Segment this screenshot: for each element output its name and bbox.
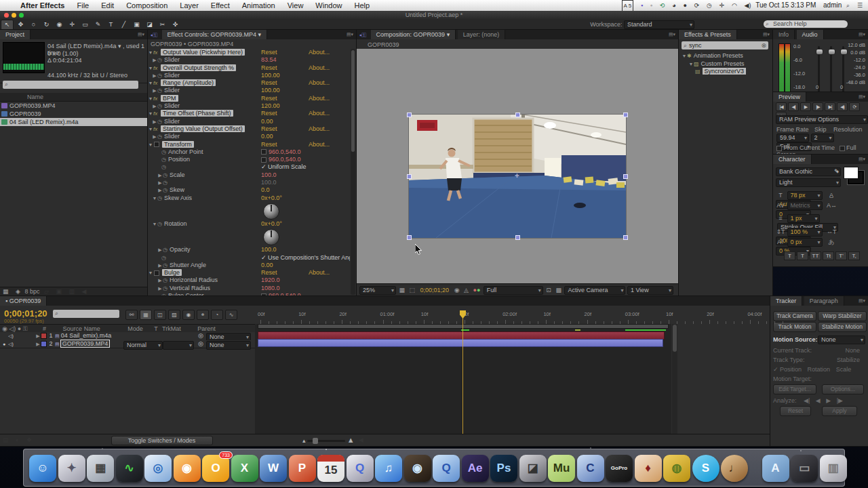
property-value[interactable]: 960.0,540.0: [261, 156, 301, 163]
dock-icon-trash[interactable]: ▥: [820, 455, 847, 482]
parent-pickwhip-icon[interactable]: ◎: [198, 340, 203, 348]
fx-badge-icon[interactable]: fx: [153, 79, 161, 87]
preset-tree-item[interactable]: ▤SyncronizerV3: [679, 68, 772, 76]
view-layout-dropdown[interactable]: 1 View: [627, 286, 673, 295]
tab-preview[interactable]: Preview: [773, 92, 806, 102]
effect-row-bpm[interactable]: ▼fxBPMResetAbout...: [148, 95, 350, 102]
property-value[interactable]: 83.54: [261, 56, 277, 64]
fx-badge-icon[interactable]: fx: [153, 125, 161, 133]
puppet-pin-tool[interactable]: ✜: [170, 20, 181, 29]
shape-tool[interactable]: ▭: [79, 20, 91, 29]
column-source-name[interactable]: Source Name: [63, 325, 100, 332]
user-menu[interactable]: admin: [823, 1, 842, 9]
effect-row-100-0[interactable]: ▶◷100.0: [148, 179, 350, 186]
twirl-icon[interactable]: ▼: [148, 125, 153, 133]
property-value[interactable]: 0.00: [261, 118, 273, 125]
property-value[interactable]: 960.0,540.0: [261, 148, 301, 156]
dock-icon-skype[interactable]: S: [692, 455, 719, 482]
effect-row-slider[interactable]: ▶◷Slider0.00: [148, 118, 350, 125]
expand-layer-switches-icon[interactable]: ▤: [3, 434, 9, 446]
about-link[interactable]: About...: [309, 95, 330, 102]
twirl-icon[interactable]: ▶: [152, 118, 157, 125]
tab-effect-controls[interactable]: Effect Controls: GOPR0039.MP4 ▾: [162, 30, 267, 39]
selection-handle[interactable]: [515, 235, 520, 240]
hand-tool[interactable]: ✥: [15, 20, 26, 29]
faux-style-button-4[interactable]: T': [835, 251, 847, 260]
panel-lock-icon[interactable]: ▪⚿: [151, 32, 157, 39]
mask-visibility-icon[interactable]: ⬚: [410, 284, 416, 296]
timeline-search-input[interactable]: [53, 310, 119, 318]
panel-menu-icon[interactable]: ▤▾: [859, 157, 867, 162]
stopwatch-icon[interactable]: ◷: [163, 171, 170, 179]
zoom-tool[interactable]: ○: [28, 20, 39, 29]
property-value[interactable]: 0x+0.0°: [261, 220, 282, 228]
effect-row-range-amplitude-[interactable]: ▼fxRange (Amplitude)ResetAbout...: [148, 79, 350, 87]
expand-transfer-controls-icon[interactable]: ◐: [16, 434, 19, 446]
dock-icon-wine-glass[interactable]: ♦: [635, 455, 662, 482]
eyedropper-icon[interactable]: ✎: [834, 168, 840, 175]
faux-style-button-0[interactable]: T: [784, 251, 795, 260]
stopwatch-icon[interactable]: ◷: [157, 102, 164, 110]
effect-row-slider[interactable]: ▶◷Slider100.00: [148, 72, 350, 79]
column-name[interactable]: Name: [27, 94, 43, 100]
property-value[interactable]: 100.0: [261, 246, 277, 253]
effect-row-scale[interactable]: ▶◷Scale100.0: [148, 171, 350, 179]
orbit-camera-tool[interactable]: ↻: [41, 20, 52, 29]
expand-inout-icon[interactable]: ❖: [26, 434, 32, 446]
full-screen-checkbox[interactable]: [840, 146, 845, 151]
dock-icon-outlook[interactable]: O733: [202, 455, 229, 482]
reset-link[interactable]: Reset: [261, 141, 277, 148]
audio-toggle-button[interactable]: ◀): [837, 102, 848, 111]
rotation-dial[interactable]: [263, 203, 279, 220]
menu-composition[interactable]: Composition: [120, 0, 174, 11]
selection-handle[interactable]: [623, 235, 628, 240]
project-flowchart-icon[interactable]: ◈: [16, 287, 20, 296]
faux-style-button-1[interactable]: T: [797, 251, 808, 260]
panel-menu-icon[interactable]: ▤▾: [859, 298, 867, 304]
twirl-icon[interactable]: ▶: [152, 87, 157, 94]
effect-row-overall-output-strength-[interactable]: ▼fxOverall Output Strength %ResetAbout..…: [148, 64, 350, 72]
twirl-icon[interactable]: ▶: [157, 186, 163, 194]
twirl-icon[interactable]: ▶: [157, 262, 163, 269]
project-search-input[interactable]: [3, 81, 138, 89]
panel-menu-icon[interactable]: ▤▾: [859, 32, 867, 37]
brush-tool[interactable]: ╱: [118, 20, 130, 29]
dock-icon-powerpoint[interactable]: P: [289, 455, 316, 482]
stopwatch-icon[interactable]: ◷: [163, 262, 170, 269]
stopwatch-icon[interactable]: ◷: [157, 72, 164, 79]
tab-timeline-comp[interactable]: ▪ GOPR0039: [0, 296, 47, 306]
region-of-interest-icon[interactable]: ⊡: [546, 284, 551, 296]
stopwatch-icon[interactable]: ◷: [157, 133, 164, 140]
dock-icon-quicktime[interactable]: Q: [433, 455, 460, 482]
column-layer-number[interactable]: #: [43, 325, 46, 332]
effect-row-shutter-angle[interactable]: ▶◷Shutter Angle0.00: [148, 262, 350, 269]
reset-link[interactable]: Reset: [261, 64, 277, 72]
twirl-icon[interactable]: ▼: [682, 52, 687, 60]
sync-status-icon[interactable]: ⟲: [660, 0, 665, 11]
property-value[interactable]: 100.0: [261, 171, 277, 179]
last-frame-button[interactable]: ▶|: [825, 102, 835, 111]
panel-menu-icon[interactable]: ▤▾: [859, 94, 867, 100]
column-parent[interactable]: Parent: [197, 325, 216, 332]
menu-after-effects[interactable]: After Effects: [14, 0, 71, 11]
reset-link[interactable]: Reset: [261, 110, 277, 117]
accessibility-icon[interactable]: ✛: [719, 0, 725, 11]
property-checkbox[interactable]: ✓ Use Composition's Shutter Angle: [261, 254, 350, 262]
next-frame-button[interactable]: |▶: [812, 102, 823, 111]
clone-stamp-tool[interactable]: ▣: [131, 20, 142, 29]
faux-style-button-2[interactable]: TT: [810, 251, 821, 260]
video-visibility-icon[interactable]: ●: [0, 340, 8, 348]
twirl-icon[interactable]: ▶: [157, 246, 163, 253]
selection-handle[interactable]: [407, 174, 412, 179]
about-link[interactable]: About...: [309, 141, 330, 148]
effect-row-horizontal-radius[interactable]: ▶◷Horizontal Radius1920.0: [148, 277, 350, 284]
twirl-icon[interactable]: ▼: [152, 195, 157, 202]
effect-row-use-composition-s-shutter-angle[interactable]: ◷✓ Use Composition's Shutter Angle: [148, 254, 350, 262]
property-value[interactable]: 120.00: [261, 102, 280, 110]
dock-icon-garageband[interactable]: ♩: [721, 455, 748, 482]
menu-layer[interactable]: Layer: [174, 0, 205, 11]
panel-menu-icon[interactable]: ▤▾: [347, 32, 355, 37]
twirl-icon[interactable]: ▶: [35, 332, 41, 340]
dock-icon-applications-folder[interactable]: A: [762, 455, 789, 482]
bit-depth-button[interactable]: 8 bpc: [24, 288, 39, 295]
